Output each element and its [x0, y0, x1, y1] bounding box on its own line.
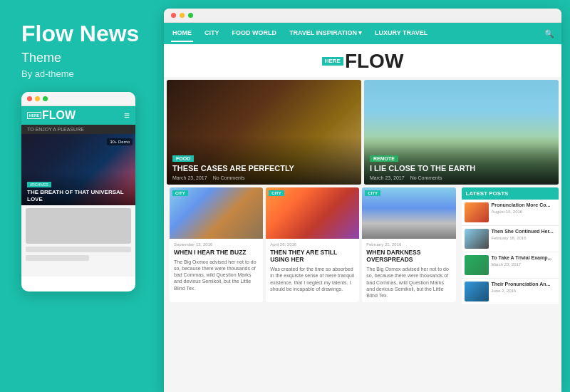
dot-green	[43, 96, 48, 101]
sidebar-text-1: Pronunciation More Co... August 15, 2016	[492, 202, 556, 222]
article-text-2: Was created for the time so absorbed in …	[270, 266, 355, 292]
featured-article-1[interactable]: Food These Cases Are Perfectly March 23,…	[167, 80, 361, 185]
featured-meta-1: March 23, 2017 No Comments	[172, 175, 356, 180]
website-navbar: Home City Food World Travel Inspiration …	[164, 23, 561, 44]
sidebar-title-1: Pronunciation More Co...	[492, 202, 556, 208]
site-header: HERE FLOW	[164, 44, 561, 77]
sidebar-title-2: Then She Continued Her...	[492, 229, 556, 234]
featured-title-2: I Lie Close To The Earth	[370, 164, 553, 173]
article-date-2: April 26, 2016	[270, 242, 355, 247]
featured-title-1: These Cases Are Perfectly	[172, 164, 356, 173]
sidebar-latest-posts: Latest Posts Pronunciation More Co... Au…	[462, 187, 559, 305]
article-content-2: April 26, 2016 Then They Are Still Using…	[266, 239, 359, 296]
article-badge-2: City	[269, 190, 284, 196]
sidebar-thumb-2	[465, 229, 489, 249]
mobile-hero: 30+ Demo Archives The Breath Of That Uni…	[21, 134, 135, 205]
article-title-1: When I Hear The Buzz	[174, 249, 259, 256]
sidebar-thumb-4	[465, 282, 489, 301]
sidebar-text-2: Then She Continued Her... February 18, 2…	[492, 229, 556, 249]
sidebar-item-1[interactable]: Pronunciation More Co... August 15, 2016	[462, 200, 559, 226]
sidebar-date-4: June 2, 2016	[492, 289, 556, 293]
mobile-hero-title: The Breath Of That Universal Love	[27, 189, 130, 202]
mobile-logo: HERE FLOW	[27, 109, 76, 122]
mobile-nav: HERE FLOW ≡	[21, 106, 135, 125]
featured-badge-1: Food	[172, 155, 194, 162]
sidebar-item-3[interactable]: To Take A Trivial Examp... March 23, 201…	[462, 252, 559, 279]
mobile-content	[21, 205, 135, 277]
browser-dot-yellow	[180, 13, 185, 18]
sidebar-date-1: August 15, 2016	[492, 210, 556, 214]
mobile-hamburger-button[interactable]: ≡	[124, 110, 130, 121]
app-author: By ad-theme	[21, 68, 150, 79]
nav-item-home[interactable]: Home	[171, 25, 193, 42]
article-text-3: The Big Oxmox advised her not to do so, …	[366, 266, 451, 298]
featured-row: Food These Cases Are Perfectly March 23,…	[164, 77, 561, 187]
article-content-3: February 21, 2016 When Darkness Overspre…	[362, 239, 455, 302]
sidebar-text-4: Their Pronunciation An... June 2, 2016	[492, 282, 556, 301]
app-subtitle: Theme	[21, 51, 150, 66]
search-icon[interactable]: 🔍	[544, 29, 554, 38]
mobile-hero-counter: 30+ Demo	[107, 138, 133, 145]
article-badge-1: City	[172, 190, 188, 196]
article-image-1: City	[170, 187, 263, 239]
browser-topbar	[164, 9, 561, 23]
featured-badge-2: Remote	[370, 155, 398, 162]
browser-dot-green	[188, 13, 193, 18]
featured-overlay-2: Remote I Lie Close To The Earth March 23…	[364, 136, 559, 185]
sidebar-date-2: February 18, 2016	[492, 236, 556, 240]
browser-window: Home City Food World Travel Inspiration …	[164, 9, 561, 392]
logo-text: FLOW	[345, 50, 403, 73]
article-text-1: The Big Oxmox advised her not to do so, …	[174, 259, 259, 291]
nav-item-city[interactable]: City	[203, 25, 221, 42]
mobile-logo-badge: HERE	[27, 112, 41, 119]
featured-overlay-1: Food These Cases Are Perfectly March 23,…	[167, 136, 361, 185]
featured-date-2: March 23, 2017	[370, 175, 405, 180]
website-content: HERE FLOW Food These Cases Are Perfectly…	[164, 44, 561, 392]
featured-comments-1: No Comments	[213, 175, 245, 180]
mobile-hero-badge: Archives	[27, 182, 51, 187]
mobile-topbar	[21, 92, 135, 106]
article-card-3[interactable]: City February 21, 2016 When Darkness Ove…	[362, 187, 455, 302]
article-grid: City September 13, 2016 When I Hear The …	[167, 187, 459, 305]
mobile-mockup: HERE FLOW ≡ To Enjoy A Pleasure 30+ Demo…	[21, 92, 135, 292]
article-title-3: When Darkness Overspreads	[366, 249, 451, 263]
article-row: City September 13, 2016 When I Hear The …	[167, 187, 459, 305]
article-card-1[interactable]: City September 13, 2016 When I Hear The …	[170, 187, 263, 302]
featured-article-2[interactable]: Remote I Lie Close To The Earth March 23…	[364, 80, 559, 185]
featured-comments-2: No Comments	[410, 175, 442, 180]
nav-item-luxury[interactable]: Luxury Travel	[373, 25, 429, 42]
sidebar-thumb-1	[465, 202, 489, 222]
mobile-placeholder-image	[26, 208, 131, 244]
sidebar-thumb-3	[465, 255, 489, 275]
mobile-tagline: To Enjoy A Pleasure	[21, 125, 135, 134]
article-title-2: Then They Are Still Using Her	[270, 249, 355, 263]
app-title: Flow News	[21, 21, 150, 46]
sidebar-item-2[interactable]: Then She Continued Her... February 18, 2…	[462, 226, 559, 252]
mobile-placeholder-text-1	[26, 247, 131, 252]
nav-item-food-world[interactable]: Food World	[231, 25, 279, 42]
dot-yellow	[35, 96, 40, 101]
sidebar: Latest Posts Pronunciation More Co... Au…	[462, 187, 559, 305]
nav-item-travel[interactable]: Travel Inspiration ▾	[288, 25, 363, 42]
sidebar-text-3: To Take A Trivial Examp... March 23, 201…	[492, 255, 556, 275]
logo-badge: HERE	[322, 57, 343, 66]
sidebar-item-4[interactable]: Their Pronunciation An... June 2, 2016	[462, 279, 559, 305]
mobile-placeholder-text-2	[26, 255, 89, 261]
article-card-2[interactable]: City April 26, 2016 Then They Are Still …	[266, 187, 359, 302]
chevron-down-icon: ▾	[358, 29, 362, 36]
browser-dot-red	[171, 13, 176, 18]
left-panel: Flow News Theme By ad-theme HERE FLOW ≡ …	[0, 0, 164, 392]
main-with-sidebar: City September 13, 2016 When I Hear The …	[164, 187, 561, 308]
article-date-1: September 13, 2016	[174, 242, 259, 247]
sidebar-header: Latest Posts	[462, 187, 559, 200]
article-image-3: City	[362, 187, 455, 239]
article-date-3: February 21, 2016	[366, 242, 451, 247]
article-content-1: September 13, 2016 When I Hear The Buzz …	[170, 239, 263, 295]
article-image-2: City	[266, 187, 359, 239]
article-badge-3: City	[365, 190, 380, 196]
featured-date-1: March 23, 2017	[172, 175, 207, 180]
dot-red	[27, 96, 32, 101]
featured-meta-2: March 23, 2017 No Comments	[370, 175, 553, 180]
mobile-hero-overlay: Archives The Breath Of That Universal Lo…	[21, 172, 135, 205]
site-logo: HERE FLOW	[164, 50, 561, 73]
